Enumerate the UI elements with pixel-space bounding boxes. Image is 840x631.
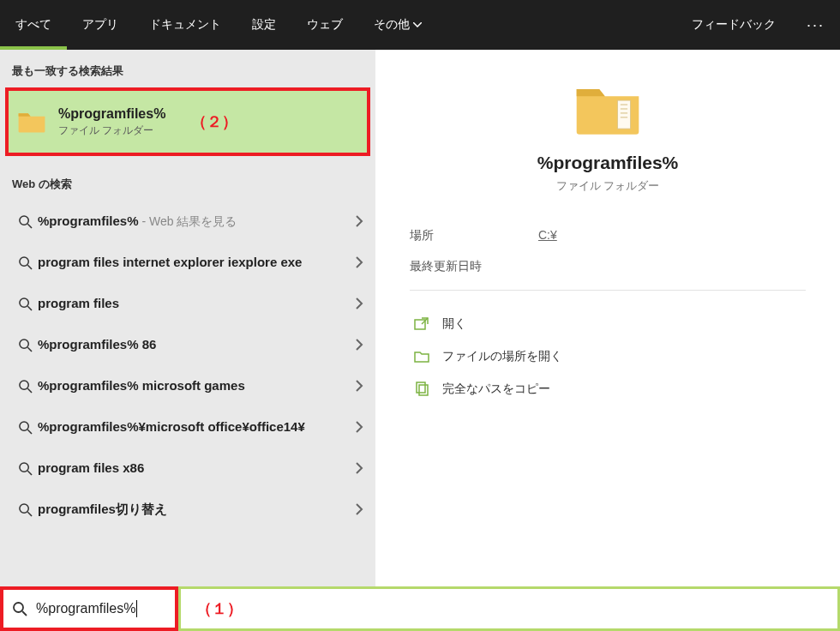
search-icon [12, 338, 38, 352]
web-result-text: program files [38, 295, 355, 312]
search-icon [12, 601, 27, 616]
chevron-down-icon [413, 22, 422, 27]
meta-location-value[interactable]: C:¥ [538, 228, 557, 243]
chevron-right-icon[interactable] [355, 462, 363, 474]
open-icon [410, 317, 434, 331]
search-icon [12, 420, 38, 435]
search-input[interactable]: %programfiles% [0, 586, 178, 631]
svg-point-8 [19, 380, 27, 388]
svg-line-3 [27, 265, 32, 269]
svg-point-6 [19, 339, 27, 347]
svg-line-5 [27, 306, 32, 310]
web-result-text: %programfiles% 86 [38, 336, 355, 353]
tab-settings[interactable]: 設定 [237, 0, 291, 50]
chevron-right-icon[interactable] [355, 256, 363, 268]
svg-line-15 [27, 512, 32, 516]
svg-point-24 [14, 603, 23, 612]
search-filter-tabs: すべて アプリ ドキュメント 設定 ウェブ その他 フィードバック ··· [0, 0, 840, 50]
svg-line-9 [27, 388, 32, 393]
web-result-row[interactable]: program files [0, 283, 375, 324]
action-open[interactable]: 開く [410, 308, 806, 340]
copy-icon [410, 382, 434, 397]
svg-point-4 [19, 297, 27, 306]
search-icon [12, 502, 38, 517]
chevron-right-icon[interactable] [355, 215, 363, 227]
search-icon [12, 297, 38, 311]
meta-location-label: 場所 [410, 228, 538, 243]
web-result-text: %programfiles% microsoft games [38, 377, 355, 394]
text-cursor [136, 600, 137, 617]
best-match-subtitle: ファイル フォルダー [58, 123, 165, 138]
preview-subtitle: ファイル フォルダー [410, 178, 806, 194]
action-copy-path[interactable]: 完全なパスをコピー [410, 373, 806, 406]
web-result-row[interactable]: programfiles切り替え [0, 489, 375, 530]
svg-rect-22 [417, 382, 425, 393]
tab-all[interactable]: すべて [0, 0, 67, 50]
divider [410, 290, 806, 291]
web-result-text: %programfiles%¥microsoft office¥office14… [38, 418, 355, 436]
preview-title: %programfiles% [410, 153, 806, 173]
chevron-right-icon[interactable] [355, 339, 363, 351]
web-result-text: %programfiles% - Web 結果を見る [38, 213, 355, 230]
chevron-right-icon[interactable] [355, 503, 363, 515]
search-icon [12, 379, 38, 394]
web-result-row[interactable]: %programfiles% microsoft games [0, 365, 375, 406]
chevron-right-icon[interactable] [355, 421, 363, 433]
tab-apps[interactable]: アプリ [67, 0, 134, 50]
search-icon [12, 255, 38, 270]
chevron-right-icon[interactable] [355, 297, 363, 309]
web-result-row[interactable]: %programfiles% - Web 結果を見る [0, 201, 375, 242]
annotation-bar: （１） [178, 586, 840, 631]
tab-web[interactable]: ウェブ [291, 0, 358, 50]
svg-line-25 [22, 611, 27, 616]
action-open-location[interactable]: ファイルの場所を開く [410, 340, 806, 373]
svg-line-13 [27, 471, 32, 475]
search-query-text: %programfiles% [36, 601, 135, 616]
more-options-button[interactable]: ··· [791, 0, 840, 50]
svg-rect-21 [415, 320, 425, 329]
svg-point-2 [19, 256, 27, 265]
annotation-1: （１） [196, 598, 243, 619]
best-match-result[interactable]: %programfiles% ファイル フォルダー （２） [5, 87, 370, 156]
svg-line-11 [27, 430, 32, 434]
svg-line-1 [27, 224, 32, 228]
web-result-text: program files x86 [38, 460, 355, 477]
results-panel: 最も一致する検索結果 %programfiles% ファイル フォルダー （２）… [0, 50, 375, 586]
svg-point-0 [19, 215, 27, 224]
meta-updated-label: 最終更新日時 [410, 259, 538, 274]
svg-line-7 [27, 347, 32, 352]
web-result-row[interactable]: program files x86 [0, 448, 375, 489]
folder-icon-large [573, 81, 642, 137]
search-icon [12, 214, 38, 229]
search-icon [12, 461, 38, 476]
svg-point-10 [19, 421, 27, 430]
web-result-row[interactable]: %programfiles% 86 [0, 324, 375, 365]
folder-icon [17, 110, 46, 134]
feedback-link[interactable]: フィードバック [676, 0, 791, 50]
web-result-text: programfiles切り替え [38, 501, 355, 518]
web-result-row[interactable]: program files internet explorer iexplore… [0, 242, 375, 283]
web-result-text: program files internet explorer iexplore… [38, 254, 355, 271]
folder-open-icon [410, 350, 434, 364]
tab-more[interactable]: その他 [358, 0, 437, 50]
svg-point-12 [19, 462, 27, 471]
tab-documents[interactable]: ドキュメント [134, 0, 237, 50]
web-search-heading: Web の検索 [0, 163, 375, 201]
best-match-heading: 最も一致する検索結果 [0, 50, 375, 87]
preview-panel: %programfiles% ファイル フォルダー 場所 C:¥ 最終更新日時 … [375, 50, 840, 586]
svg-point-14 [19, 503, 27, 512]
web-result-row[interactable]: %programfiles%¥microsoft office¥office14… [0, 406, 375, 448]
annotation-2: （２） [191, 111, 237, 132]
chevron-right-icon[interactable] [355, 380, 363, 392]
best-match-title: %programfiles% [58, 106, 165, 122]
svg-rect-23 [419, 385, 428, 395]
